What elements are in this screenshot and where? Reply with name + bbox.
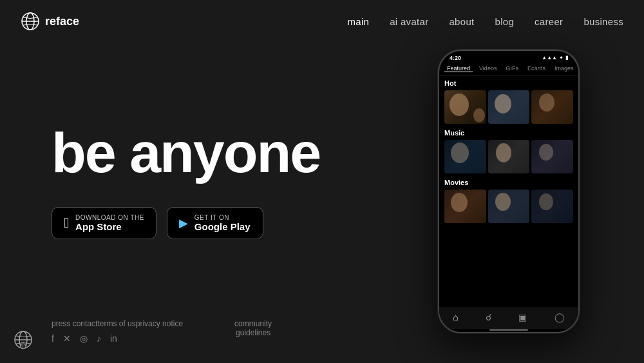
community-guidelines-link[interactable]: community guidelines bbox=[234, 319, 272, 337]
googleplay-text: GET IT ON Google Play bbox=[194, 214, 251, 232]
googleplay-button[interactable]: ▶ GET IT ON Google Play bbox=[167, 207, 263, 239]
phone-profile-tab[interactable]: ◯ bbox=[554, 312, 565, 322]
music-image-2 bbox=[488, 140, 530, 173]
phone-content: Hot bbox=[439, 75, 578, 308]
hot-image-grid bbox=[444, 90, 573, 124]
logo[interactable]: reface bbox=[21, 12, 79, 31]
nav-item-business[interactable]: business bbox=[583, 16, 623, 27]
nav-item-blog[interactable]: blog bbox=[495, 16, 515, 27]
tiktok-link[interactable]: ♪ bbox=[97, 333, 101, 344]
wifi-icon: ⌖ bbox=[560, 55, 563, 61]
phone-bottom-nav: ⌂ ☌ ▣ ◯ bbox=[439, 308, 578, 329]
hot-image-1 bbox=[444, 90, 486, 124]
hot-image-2 bbox=[488, 90, 530, 124]
main-content: be anyone  Download on the App Store ▶ … bbox=[0, 0, 644, 363]
nav-item-main[interactable]: main bbox=[348, 16, 370, 27]
phone-screen: 4:20 ▲▲▲ ⌖ ▮ Featured Videos GIFs Ecards… bbox=[439, 51, 578, 332]
nav-item-about[interactable]: about bbox=[449, 16, 474, 27]
section-hot: Hot bbox=[444, 79, 573, 87]
tab-ecards[interactable]: Ecards bbox=[525, 65, 548, 72]
header: reface main ai avatar about blog career … bbox=[0, 0, 644, 43]
nav-item-ai-avatar[interactable]: ai avatar bbox=[390, 16, 428, 27]
status-indicators: ▲▲▲ ⌖ ▮ bbox=[542, 55, 568, 61]
nav-item-career[interactable]: career bbox=[535, 16, 563, 27]
press-contact-link[interactable]: press contact bbox=[52, 319, 97, 328]
section-movies: Movies bbox=[444, 179, 573, 186]
movies-image-2 bbox=[488, 190, 530, 223]
movies-image-grid bbox=[444, 190, 573, 223]
bottom-globe-icon: ? bbox=[13, 329, 33, 350]
terms-link[interactable]: terms of us bbox=[97, 319, 135, 328]
footer-legal-links: press contact terms of us privacy notice… bbox=[52, 319, 183, 344]
phone-app-tabs: Featured Videos GIFs Ecards Images bbox=[439, 63, 578, 75]
footer-text-links: press contact terms of us privacy notice bbox=[52, 319, 183, 328]
section-music: Music bbox=[444, 129, 573, 137]
footer-links-row: press contact terms of us privacy notice… bbox=[52, 319, 272, 344]
movies-image-3 bbox=[531, 190, 573, 223]
appstore-text: Download on the App Store bbox=[75, 214, 144, 232]
phone-time: 4:20 bbox=[450, 55, 461, 61]
footer-links: press contact terms of us privacy notice… bbox=[52, 319, 272, 344]
phone-home-indicator bbox=[489, 329, 528, 331]
facebook-link[interactable]: f bbox=[52, 333, 54, 344]
tab-images[interactable]: Images bbox=[552, 65, 576, 72]
instagram-link[interactable]: ◎ bbox=[80, 333, 88, 344]
apple-icon:  bbox=[64, 215, 69, 231]
phone-camera-tab[interactable]: ▣ bbox=[518, 312, 527, 322]
social-links: f ✕ ◎ ♪ in bbox=[52, 333, 183, 344]
phone-status-bar: 4:20 ▲▲▲ ⌖ ▮ bbox=[439, 51, 578, 63]
community-guidelines: community guidelines bbox=[234, 319, 272, 337]
store-buttons:  Download on the App Store ▶ GET IT ON … bbox=[52, 207, 374, 239]
music-image-grid bbox=[444, 140, 573, 173]
privacy-link[interactable]: privacy notice bbox=[136, 319, 183, 328]
phone-mockup: 4:20 ▲▲▲ ⌖ ▮ Featured Videos GIFs Ecards… bbox=[438, 50, 580, 333]
tab-featured[interactable]: Featured bbox=[444, 65, 473, 72]
movies-image-1 bbox=[444, 190, 486, 223]
logo-globe-icon bbox=[21, 12, 40, 31]
music-image-1 bbox=[444, 140, 486, 173]
tab-gifs[interactable]: GIFs bbox=[503, 65, 521, 72]
svg-text:?: ? bbox=[22, 345, 24, 349]
hero-title: be anyone bbox=[52, 124, 374, 181]
twitter-link[interactable]: ✕ bbox=[63, 333, 71, 344]
phone-section: 4:20 ▲▲▲ ⌖ ▮ Featured Videos GIFs Ecards… bbox=[374, 0, 644, 363]
phone-home-tab[interactable]: ⌂ bbox=[453, 312, 458, 322]
main-nav: main ai avatar about blog career busines… bbox=[348, 16, 624, 27]
hot-image-3 bbox=[531, 90, 573, 124]
signal-icon: ▲▲▲ bbox=[542, 55, 557, 61]
music-image-3 bbox=[531, 140, 573, 173]
play-icon: ▶ bbox=[179, 216, 188, 230]
appstore-button[interactable]:  Download on the App Store bbox=[52, 207, 156, 239]
tab-videos[interactable]: Videos bbox=[477, 65, 499, 72]
linkedin-link[interactable]: in bbox=[110, 333, 117, 344]
battery-icon: ▮ bbox=[565, 55, 568, 61]
left-section: be anyone  Download on the App Store ▶ … bbox=[0, 86, 374, 278]
phone-search-tab[interactable]: ☌ bbox=[486, 312, 491, 322]
